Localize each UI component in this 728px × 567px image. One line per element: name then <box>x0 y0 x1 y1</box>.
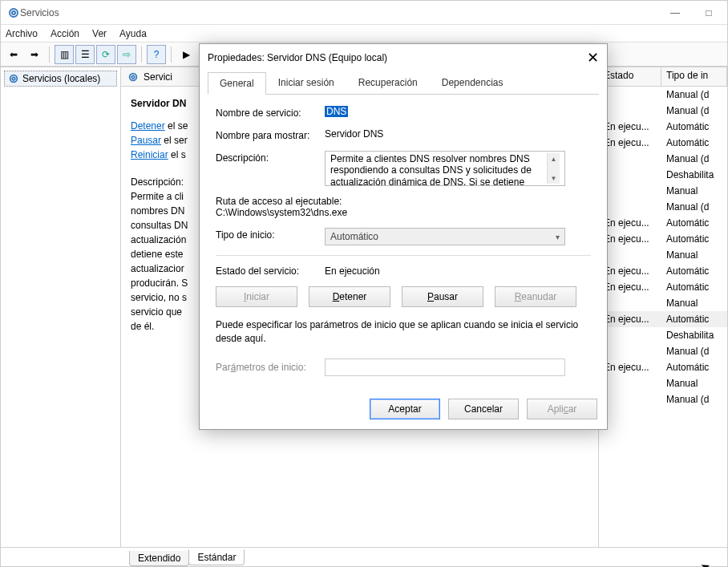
start-service-button[interactable]: ▶ <box>176 45 196 64</box>
minimize-button[interactable]: — <box>663 7 687 18</box>
scrollbar[interactable]: ▲ ▼ <box>547 153 560 184</box>
button-pausar[interactable]: Pausar <box>402 286 483 307</box>
table-row[interactable]: Manual (d <box>599 391 727 407</box>
svg-point-3 <box>12 77 15 80</box>
table-row[interactable]: En ejecu...Automátic <box>599 279 727 295</box>
help-button[interactable]: ? <box>147 45 166 64</box>
table-row[interactable]: Manual (d <box>599 343 727 359</box>
table-row[interactable]: Deshabilita <box>599 327 727 343</box>
properties-dialog: Propiedades: Servidor DNS (Equipo local)… <box>199 43 608 430</box>
button-iniciar: Iniciar <box>216 286 297 307</box>
tab-extendido[interactable]: Extendido <box>129 551 189 566</box>
gear-icon <box>8 73 19 84</box>
table-row[interactable]: Manual (d <box>599 103 727 119</box>
menu-bar: Archivo Acción Ver Ayuda <box>1 25 727 43</box>
link-detener[interactable]: Detener <box>131 120 165 132</box>
link-reiniciar[interactable]: Reiniciar <box>131 149 168 160</box>
param-note: Puede especificar los parámetros de inic… <box>216 318 591 346</box>
scroll-up-icon[interactable]: ▲ <box>551 153 557 164</box>
label-ruta: Ruta de acceso al ejecutable: <box>216 196 591 207</box>
menu-ver[interactable]: Ver <box>92 28 107 39</box>
label-nombre-mostrar: Nombre para mostrar: <box>216 128 325 141</box>
maximize-button[interactable]: □ <box>697 7 721 18</box>
button-reanudar: Reanudar <box>495 286 576 307</box>
button-cancelar[interactable]: Cancelar <box>448 399 519 419</box>
link-pausar[interactable]: Pausar <box>131 135 161 146</box>
button-aceptar[interactable]: Aceptar <box>370 399 440 419</box>
table-row[interactable]: Manual (d <box>599 151 727 167</box>
table-row[interactable]: Manual <box>599 247 727 263</box>
scroll-down-icon[interactable]: ▼ <box>551 172 557 184</box>
export-button[interactable]: ⇨ <box>117 45 136 64</box>
svg-point-1 <box>12 11 15 14</box>
svg-point-0 <box>10 9 18 17</box>
select-tipo-inicio[interactable]: Automático ▾ <box>325 228 565 245</box>
window-title: Servicios <box>20 7 59 18</box>
select-value: Automático <box>330 231 378 242</box>
svg-point-4 <box>130 73 137 80</box>
value-nombre-servicio: DNS <box>325 106 348 117</box>
tab-iniciar-sesion[interactable]: Iniciar sesión <box>266 71 346 94</box>
table-row[interactable]: En ejecu...Automátic <box>599 135 727 151</box>
tab-recuperacion[interactable]: Recuperación <box>346 71 430 94</box>
table-row[interactable]: Manual <box>599 183 727 199</box>
table-row[interactable]: Manual <box>599 295 727 311</box>
show-hide-pane-button[interactable]: ▥ <box>55 45 74 64</box>
description-box[interactable]: Permite a clientes DNS resolver nombres … <box>325 151 565 186</box>
refresh-button[interactable]: ⟳ <box>96 45 115 64</box>
table-row[interactable]: En ejecu...Automátic <box>599 311 727 327</box>
value-ruta: C:\Windows\system32\dns.exe <box>216 207 591 218</box>
table-row[interactable]: En ejecu...Automátic <box>599 263 727 279</box>
label-parametros: Parámetros de inicio: <box>216 362 325 373</box>
button-detener[interactable]: Detener <box>309 286 390 307</box>
label-estado-servicio: Estado del servicio: <box>216 265 325 277</box>
dialog-title-bar: Propiedades: Servidor DNS (Equipo local)… <box>200 44 607 71</box>
col-header-estado[interactable]: Estado <box>599 67 661 86</box>
nav-servicios-locales[interactable]: Servicios (locales) <box>4 71 117 87</box>
services-icon <box>7 6 20 19</box>
dialog-title: Propiedades: Servidor DNS (Equipo local) <box>208 52 387 63</box>
forward-button[interactable]: ➡ <box>25 45 44 64</box>
tab-general[interactable]: General <box>208 72 266 95</box>
table-row[interactable]: En ejecu...Automátic <box>599 215 727 231</box>
nav-label: Servicios (locales) <box>22 73 100 84</box>
label-descripcion: Descripción: <box>216 151 325 164</box>
properties-button[interactable]: ☰ <box>75 45 95 64</box>
title-bar: Servicios — □ <box>1 1 727 25</box>
tab-estandar[interactable]: Estándar <box>188 549 245 565</box>
table-row[interactable]: En ejecu...Automátic <box>599 119 727 135</box>
gear-icon <box>127 71 139 83</box>
table-row[interactable]: Deshabilita <box>599 167 727 183</box>
service-list: Estado Tipo de in Manual (dManual (dEn e… <box>599 67 727 547</box>
svg-point-5 <box>131 75 135 79</box>
back-button[interactable]: ⬅ <box>4 45 23 64</box>
label-tipo-inicio: Tipo de inicio: <box>216 228 325 241</box>
table-row[interactable]: En ejecu...Automátic <box>599 231 727 247</box>
dialog-close-button[interactable]: ✕ <box>587 49 599 67</box>
table-row[interactable]: En ejecu...Automátic <box>599 359 727 375</box>
detail-header-title: Servici <box>144 71 172 83</box>
tab-dependencias[interactable]: Dependencias <box>430 71 516 94</box>
navigation-pane: Servicios (locales) <box>1 67 121 547</box>
input-parametros[interactable] <box>325 358 565 376</box>
svg-point-2 <box>10 75 18 83</box>
label-nombre-servicio: Nombre de servicio: <box>216 106 325 119</box>
value-nombre-mostrar: Servidor DNS <box>325 128 591 140</box>
description-value: Permite a clientes DNS resolver nombres … <box>330 153 547 184</box>
value-estado-servicio: En ejecución <box>325 265 380 277</box>
table-row[interactable]: Manual (d <box>599 199 727 215</box>
button-aplicar: Aplicar <box>527 399 597 419</box>
menu-archivo[interactable]: Archivo <box>6 28 38 39</box>
chevron-down-icon: ▾ <box>556 233 560 241</box>
menu-ayuda[interactable]: Ayuda <box>119 28 147 39</box>
table-row[interactable]: Manual (d <box>599 87 727 103</box>
bottom-tabs: Extendido Estándar <box>1 547 727 566</box>
col-header-tipo[interactable]: Tipo de in <box>661 67 727 86</box>
menu-accion[interactable]: Acción <box>51 28 79 39</box>
table-row[interactable]: Manual <box>599 375 727 391</box>
